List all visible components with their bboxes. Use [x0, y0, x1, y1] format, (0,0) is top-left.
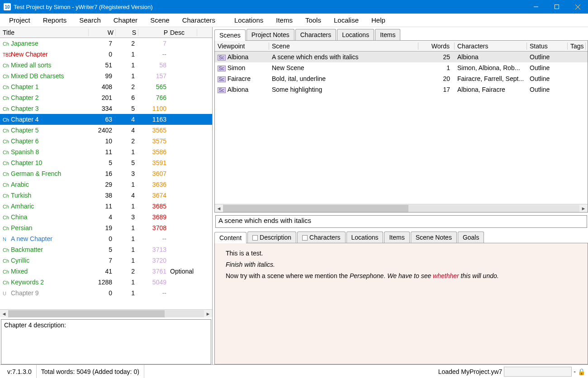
maximize-button[interactable]: [546, 0, 567, 14]
tab-locations[interactable]: Locations: [346, 232, 384, 243]
scroll-left-icon[interactable]: ◄: [0, 311, 8, 317]
chapter-row[interactable]: NA new Chapter01--: [0, 233, 212, 244]
right-tabs: ScenesProject NotesCharactersLocationsIt…: [214, 28, 588, 41]
scroll-left-icon[interactable]: ◄: [215, 206, 223, 211]
person-icon: [302, 235, 308, 241]
chapter-row[interactable]: ChJapanese727: [0, 38, 212, 49]
col-tags[interactable]: Tags: [568, 43, 586, 50]
col-p[interactable]: P: [138, 29, 170, 36]
tab-content[interactable]: Content: [214, 232, 247, 243]
scene-content-editor[interactable]: This is a test. Finish with italics. Now…: [214, 243, 588, 364]
chapter-row[interactable]: ChPersian1913708: [0, 222, 212, 233]
chapter-row[interactable]: ChChapter 22016766: [0, 92, 212, 103]
content-tabs: ContentDescriptionCharactersLocationsIte…: [214, 231, 588, 243]
scene-row[interactable]: ScAlbionaA scene which ends with italics…: [215, 52, 588, 62]
menu-characters[interactable]: Characters: [176, 14, 222, 26]
status-word-count: Total words: 5049 (Added today: 0): [37, 365, 144, 378]
col-viewpoint[interactable]: Viewpoint: [215, 43, 269, 50]
col-desc[interactable]: Desc: [170, 29, 197, 36]
scene-list[interactable]: ScAlbionaA scene which ends with italics…: [215, 52, 588, 204]
status-loaded: Loaded MyProject.yw7: [438, 368, 503, 375]
scene-row[interactable]: ScFairacreBold, ital, underline20Fairacr…: [215, 73, 588, 84]
tab-characters[interactable]: Characters: [297, 232, 345, 243]
tab-locations[interactable]: Locations: [337, 29, 374, 40]
scene-list-header[interactable]: Viewpoint Scene Words Characters Status …: [215, 41, 588, 52]
content-line: Finish with italics.: [226, 259, 577, 270]
menu-bar: ProjectReportsSearchChapterSceneCharacte…: [0, 14, 588, 27]
chapter-row[interactable]: ChChapter 333451100: [0, 103, 212, 114]
chapter-row[interactable]: ChArabic2913636: [0, 179, 212, 190]
tab-characters[interactable]: Characters: [295, 29, 336, 40]
chapter-list[interactable]: ChJapanese727TBDNew Chapter01--ChMixed a…: [0, 38, 212, 309]
note-icon: [252, 235, 258, 241]
menu-help[interactable]: Help: [365, 14, 392, 26]
scroll-right-icon[interactable]: ►: [204, 311, 212, 317]
content-line: Now try with a scene where we mention th…: [226, 270, 577, 282]
chapter-row[interactable]: ChCyrillic713720: [0, 255, 212, 266]
tab-scene-notes[interactable]: Scene Notes: [411, 232, 457, 243]
minimize-button[interactable]: [526, 0, 546, 14]
chapter-row[interactable]: UChapter 901--: [0, 288, 212, 298]
svg-rect-1: [555, 5, 559, 9]
chapter-list-header[interactable]: Title W S P Desc: [0, 27, 212, 38]
scene-title-input[interactable]: A scene which ends with italics: [215, 215, 587, 228]
content-line: This is a test.: [226, 248, 577, 259]
scene-hscroll[interactable]: ◄ ►: [215, 204, 588, 212]
col-w[interactable]: W: [89, 29, 116, 36]
col-status[interactable]: Status: [527, 43, 568, 50]
scroll-right-icon[interactable]: ►: [579, 206, 588, 211]
title-bar: 10 Test Project by Simon - yWriter7 (Reg…: [0, 0, 588, 14]
chapter-row[interactable]: ChMixed DB charsets991157: [0, 71, 212, 81]
chapter-row[interactable]: ChMixed4123761Optional: [0, 266, 212, 277]
chapter-description[interactable]: Chapter 4 description:: [1, 319, 211, 364]
col-title[interactable]: Title: [3, 29, 89, 36]
menu-items[interactable]: Items: [270, 14, 299, 26]
lock-icon: 🔒: [578, 368, 585, 375]
chapter-row[interactable]: ChChapter 10553591: [0, 157, 212, 168]
app-icon: 10: [4, 3, 11, 10]
close-button[interactable]: [567, 0, 588, 14]
status-dash: -: [574, 368, 576, 375]
tab-items[interactable]: Items: [384, 232, 409, 243]
chapter-row[interactable]: TBDNew Chapter01--: [0, 49, 212, 60]
chapter-row[interactable]: ChChapter 5240243565: [0, 125, 212, 136]
menu-search[interactable]: Search: [73, 14, 107, 26]
menu-reports[interactable]: Reports: [37, 14, 73, 26]
tab-project-notes[interactable]: Project Notes: [247, 29, 294, 40]
menu-project[interactable]: Project: [3, 14, 37, 26]
col-s[interactable]: S: [116, 29, 138, 36]
chapter-row[interactable]: ChKeywords 2128815049: [0, 277, 212, 288]
chapter-row[interactable]: ChChina433689: [0, 212, 212, 222]
tab-scenes[interactable]: Scenes: [214, 29, 246, 41]
chapter-row[interactable]: ChTurkish3843674: [0, 190, 212, 201]
col-scene[interactable]: Scene: [269, 43, 418, 50]
chapter-row[interactable]: ChBackmatter513713: [0, 244, 212, 255]
chapter-row[interactable]: ChAmharic1113685: [0, 201, 212, 212]
chapter-row[interactable]: ChSpanish 81113586: [0, 146, 212, 157]
chapter-row[interactable]: ChMixed all sorts51158: [0, 60, 212, 71]
menu-tools[interactable]: Tools: [299, 14, 327, 26]
menu-chapter[interactable]: Chapter: [107, 14, 144, 26]
chapter-row[interactable]: ChChapter 46341163: [0, 114, 212, 125]
status-bar: v:7.1.3.0 Total words: 5049 (Added today…: [0, 364, 588, 378]
menu-locations[interactable]: Locations: [228, 14, 270, 26]
chapter-row[interactable]: ChChapter 61023575: [0, 136, 212, 146]
menu-localise[interactable]: Localise: [327, 14, 365, 26]
chapter-row[interactable]: ChChapter 14082565: [0, 81, 212, 92]
tab-items[interactable]: Items: [375, 29, 400, 40]
scene-row[interactable]: ScAlbionaSome highlighting17Albiona, Fai…: [215, 84, 588, 95]
tab-description[interactable]: Description: [247, 232, 296, 243]
col-characters[interactable]: Characters: [455, 43, 527, 50]
status-progress: [504, 367, 572, 377]
chapter-row[interactable]: ChGerman & French1633607: [0, 168, 212, 179]
scene-row[interactable]: ScSimonNew Scene1Simon, Albiona, Rob...O…: [215, 62, 588, 73]
tab-goals[interactable]: Goals: [458, 232, 484, 243]
status-version: v:7.1.3.0: [3, 365, 37, 378]
col-words[interactable]: Words: [418, 43, 455, 50]
chapter-hscroll[interactable]: ◄ ►: [0, 309, 212, 317]
menu-scene[interactable]: Scene: [144, 14, 176, 26]
window-title: Test Project by Simon - yWriter7 (Regist…: [14, 4, 526, 10]
